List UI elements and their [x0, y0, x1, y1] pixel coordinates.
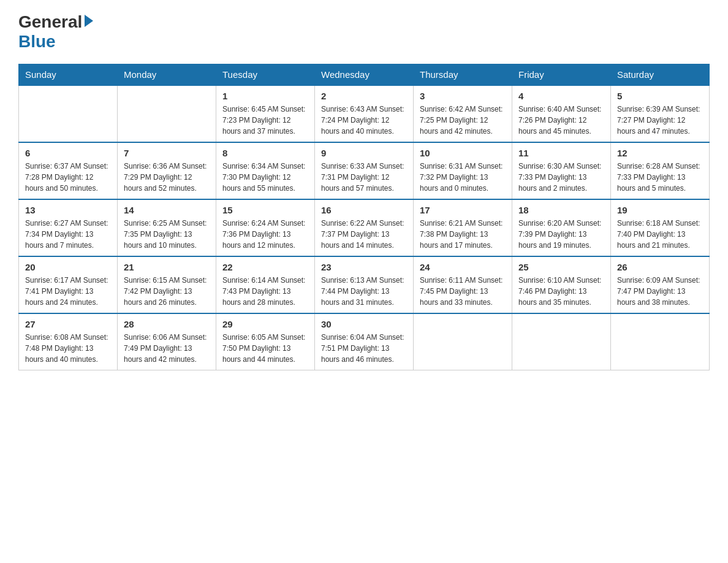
day-number: 20 — [25, 262, 111, 272]
calendar-cell: 13Sunrise: 6:27 AM Sunset: 7:34 PM Dayli… — [19, 199, 118, 256]
day-info: Sunrise: 6:09 AM Sunset: 7:47 PM Dayligh… — [617, 275, 703, 308]
day-number: 18 — [518, 205, 604, 215]
day-info: Sunrise: 6:13 AM Sunset: 7:44 PM Dayligh… — [321, 275, 407, 308]
day-number: 11 — [518, 148, 604, 158]
day-number: 23 — [321, 262, 407, 272]
day-number: 14 — [124, 205, 210, 215]
day-number: 15 — [222, 205, 308, 215]
day-info: Sunrise: 6:21 AM Sunset: 7:38 PM Dayligh… — [420, 218, 506, 251]
logo-general-text: General — [18, 12, 82, 32]
day-number: 1 — [222, 91, 308, 101]
calendar-cell: 11Sunrise: 6:30 AM Sunset: 7:33 PM Dayli… — [512, 142, 611, 199]
calendar-cell: 24Sunrise: 6:11 AM Sunset: 7:45 PM Dayli… — [414, 256, 512, 313]
calendar-cell: 28Sunrise: 6:06 AM Sunset: 7:49 PM Dayli… — [118, 313, 216, 370]
day-info: Sunrise: 6:42 AM Sunset: 7:25 PM Dayligh… — [420, 104, 506, 137]
day-number: 25 — [518, 262, 604, 272]
day-info: Sunrise: 6:22 AM Sunset: 7:37 PM Dayligh… — [321, 218, 407, 251]
day-of-week-header: Monday — [118, 64, 216, 86]
day-number: 6 — [25, 148, 111, 158]
day-info: Sunrise: 6:14 AM Sunset: 7:43 PM Dayligh… — [222, 275, 308, 308]
calendar-cell: 8Sunrise: 6:34 AM Sunset: 7:30 PM Daylig… — [216, 142, 315, 199]
day-info: Sunrise: 6:18 AM Sunset: 7:40 PM Dayligh… — [617, 218, 703, 251]
calendar-cell: 21Sunrise: 6:15 AM Sunset: 7:42 PM Dayli… — [118, 256, 216, 313]
day-info: Sunrise: 6:20 AM Sunset: 7:39 PM Dayligh… — [518, 218, 604, 251]
calendar-cell: 6Sunrise: 6:37 AM Sunset: 7:28 PM Daylig… — [19, 142, 118, 199]
logo-arrow-icon — [85, 15, 93, 27]
day-number: 7 — [124, 148, 210, 158]
day-of-week-header: Thursday — [414, 64, 512, 86]
calendar-cell: 30Sunrise: 6:04 AM Sunset: 7:51 PM Dayli… — [315, 313, 414, 370]
day-info: Sunrise: 6:37 AM Sunset: 7:28 PM Dayligh… — [25, 161, 111, 194]
calendar-cell: 22Sunrise: 6:14 AM Sunset: 7:43 PM Dayli… — [216, 256, 315, 313]
calendar-week-row: 20Sunrise: 6:17 AM Sunset: 7:41 PM Dayli… — [19, 256, 710, 313]
day-number: 17 — [420, 205, 506, 215]
day-info: Sunrise: 6:15 AM Sunset: 7:42 PM Dayligh… — [124, 275, 210, 308]
calendar-cell: 7Sunrise: 6:36 AM Sunset: 7:29 PM Daylig… — [118, 142, 216, 199]
day-of-week-header: Friday — [512, 64, 611, 86]
day-number: 9 — [321, 148, 407, 158]
day-info: Sunrise: 6:36 AM Sunset: 7:29 PM Dayligh… — [124, 161, 210, 194]
calendar-header-row: SundayMondayTuesdayWednesdayThursdayFrid… — [19, 64, 710, 86]
calendar-cell: 16Sunrise: 6:22 AM Sunset: 7:37 PM Dayli… — [315, 199, 414, 256]
day-info: Sunrise: 6:33 AM Sunset: 7:31 PM Dayligh… — [321, 161, 407, 194]
day-info: Sunrise: 6:10 AM Sunset: 7:46 PM Dayligh… — [518, 275, 604, 308]
calendar-cell: 26Sunrise: 6:09 AM Sunset: 7:47 PM Dayli… — [611, 256, 710, 313]
day-info: Sunrise: 6:45 AM Sunset: 7:23 PM Dayligh… — [222, 104, 308, 137]
calendar-week-row: 27Sunrise: 6:08 AM Sunset: 7:48 PM Dayli… — [19, 313, 710, 370]
logo-blue-text: Blue — [18, 32, 56, 51]
day-info: Sunrise: 6:25 AM Sunset: 7:35 PM Dayligh… — [124, 218, 210, 251]
day-info: Sunrise: 6:06 AM Sunset: 7:49 PM Dayligh… — [124, 332, 210, 365]
calendar-cell: 17Sunrise: 6:21 AM Sunset: 7:38 PM Dayli… — [414, 199, 512, 256]
calendar-cell: 5Sunrise: 6:39 AM Sunset: 7:27 PM Daylig… — [611, 85, 710, 142]
day-number: 30 — [321, 319, 407, 329]
day-info: Sunrise: 6:43 AM Sunset: 7:24 PM Dayligh… — [321, 104, 407, 137]
day-number: 5 — [617, 91, 703, 101]
day-info: Sunrise: 6:28 AM Sunset: 7:33 PM Dayligh… — [617, 161, 703, 194]
day-info: Sunrise: 6:27 AM Sunset: 7:34 PM Dayligh… — [25, 218, 111, 251]
calendar-cell: 18Sunrise: 6:20 AM Sunset: 7:39 PM Dayli… — [512, 199, 611, 256]
calendar-table: SundayMondayTuesdayWednesdayThursdayFrid… — [18, 64, 710, 370]
calendar-cell: 23Sunrise: 6:13 AM Sunset: 7:44 PM Dayli… — [315, 256, 414, 313]
day-info: Sunrise: 6:05 AM Sunset: 7:50 PM Dayligh… — [222, 332, 308, 365]
day-info: Sunrise: 6:40 AM Sunset: 7:26 PM Dayligh… — [518, 104, 604, 137]
calendar-cell — [414, 313, 512, 370]
calendar-cell: 4Sunrise: 6:40 AM Sunset: 7:26 PM Daylig… — [512, 85, 611, 142]
calendar-cell: 25Sunrise: 6:10 AM Sunset: 7:46 PM Dayli… — [512, 256, 611, 313]
day-number: 28 — [124, 319, 210, 329]
day-number: 2 — [321, 91, 407, 101]
calendar-cell: 19Sunrise: 6:18 AM Sunset: 7:40 PM Dayli… — [611, 199, 710, 256]
calendar-week-row: 1Sunrise: 6:45 AM Sunset: 7:23 PM Daylig… — [19, 85, 710, 142]
day-info: Sunrise: 6:31 AM Sunset: 7:32 PM Dayligh… — [420, 161, 506, 194]
day-number: 29 — [222, 319, 308, 329]
calendar-cell: 20Sunrise: 6:17 AM Sunset: 7:41 PM Dayli… — [19, 256, 118, 313]
day-info: Sunrise: 6:39 AM Sunset: 7:27 PM Dayligh… — [617, 104, 703, 137]
day-info: Sunrise: 6:08 AM Sunset: 7:48 PM Dayligh… — [25, 332, 111, 365]
day-number: 26 — [617, 262, 703, 272]
calendar-cell: 3Sunrise: 6:42 AM Sunset: 7:25 PM Daylig… — [414, 85, 512, 142]
day-number: 19 — [617, 205, 703, 215]
logo: General Blue — [18, 12, 93, 52]
day-info: Sunrise: 6:17 AM Sunset: 7:41 PM Dayligh… — [25, 275, 111, 308]
day-of-week-header: Tuesday — [216, 64, 315, 86]
day-number: 12 — [617, 148, 703, 158]
calendar-cell — [611, 313, 710, 370]
day-of-week-header: Wednesday — [315, 64, 414, 86]
day-info: Sunrise: 6:24 AM Sunset: 7:36 PM Dayligh… — [222, 218, 308, 251]
day-number: 13 — [25, 205, 111, 215]
day-number: 24 — [420, 262, 506, 272]
day-info: Sunrise: 6:11 AM Sunset: 7:45 PM Dayligh… — [420, 275, 506, 308]
day-number: 16 — [321, 205, 407, 215]
calendar-week-row: 13Sunrise: 6:27 AM Sunset: 7:34 PM Dayli… — [19, 199, 710, 256]
calendar-cell: 10Sunrise: 6:31 AM Sunset: 7:32 PM Dayli… — [414, 142, 512, 199]
day-info: Sunrise: 6:30 AM Sunset: 7:33 PM Dayligh… — [518, 161, 604, 194]
day-number: 4 — [518, 91, 604, 101]
day-number: 8 — [222, 148, 308, 158]
day-number: 3 — [420, 91, 506, 101]
day-info: Sunrise: 6:34 AM Sunset: 7:30 PM Dayligh… — [222, 161, 308, 194]
day-number: 10 — [420, 148, 506, 158]
calendar-cell — [19, 85, 118, 142]
calendar-cell: 1Sunrise: 6:45 AM Sunset: 7:23 PM Daylig… — [216, 85, 315, 142]
calendar-cell: 27Sunrise: 6:08 AM Sunset: 7:48 PM Dayli… — [19, 313, 118, 370]
page-header: General Blue — [18, 12, 710, 52]
day-of-week-header: Saturday — [611, 64, 710, 86]
